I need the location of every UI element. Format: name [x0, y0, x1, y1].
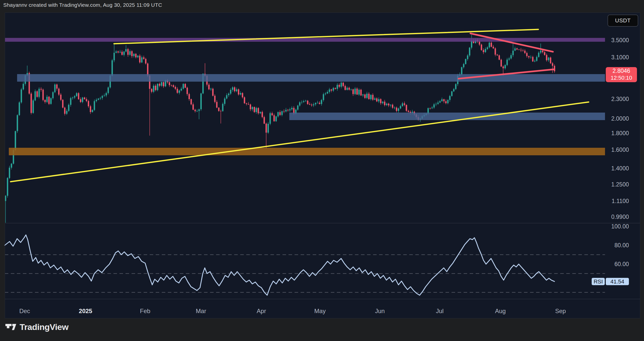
- price-tick-1.8000: 1.8000: [611, 130, 629, 136]
- tradingview-screenshot: { "header": { "title": "Shayannv created…: [0, 0, 644, 341]
- rsi-last-value: 41.54: [610, 278, 624, 285]
- time-label-Mar: Mar: [196, 308, 206, 314]
- time-label-Feb: Feb: [140, 308, 150, 314]
- time-label-May: May: [314, 308, 326, 314]
- price-tick-2.0000: 2.0000: [611, 115, 629, 122]
- price-chart-canvas[interactable]: 3.50003.10002.30002.00001.80001.60001.40…: [0, 0, 644, 341]
- zone-demand-blue-lower: [289, 113, 605, 120]
- time-label-Aug: Aug: [495, 308, 506, 314]
- chart-widget-bg: [5, 13, 640, 318]
- rsi-tick-80.00: 80.00: [614, 242, 629, 249]
- time-label-Sep: Sep: [555, 308, 566, 314]
- tradingview-logo[interactable]: TradingView: [5, 322, 68, 332]
- price-tick-2.3000: 2.3000: [611, 96, 629, 102]
- rsi-value-badge: RSI41.54: [592, 278, 629, 285]
- zone-resistance-purple: [5, 38, 605, 42]
- price-tick-1.4000: 1.4000: [611, 165, 629, 172]
- current-price-value: 2.8046: [613, 68, 630, 74]
- price-tick-1.1100: 1.1100: [612, 198, 629, 204]
- quote-currency-button[interactable]: USDT: [608, 15, 638, 27]
- time-label-2025: 2025: [79, 308, 92, 314]
- price-tick-1.2500: 1.2500: [611, 181, 629, 188]
- time-label-Jul: Jul: [436, 308, 444, 314]
- price-tick-0.9900: 0.9900: [611, 214, 629, 220]
- zone-supply-blue-upper: [17, 74, 605, 82]
- time-label-Dec: Dec: [19, 308, 30, 314]
- price-tick-3.1000: 3.1000: [611, 54, 629, 61]
- rsi-label: RSI: [594, 278, 603, 285]
- rsi-tick-100.00: 100.00: [611, 223, 629, 230]
- price-tick-1.6000: 1.6000: [611, 147, 629, 153]
- bar-countdown: 12:50:10: [611, 75, 632, 81]
- tradingview-wordmark: TradingView: [20, 322, 68, 332]
- price-tick-3.5000: 3.5000: [611, 37, 629, 43]
- tradingview-logo-icon: [5, 322, 17, 332]
- time-label-Jun: Jun: [375, 308, 385, 314]
- current-price-badge: 2.804612:50:10: [606, 67, 637, 82]
- zone-support-brown: [9, 148, 605, 155]
- rsi-tick-60.00: 60.00: [614, 261, 629, 267]
- time-label-Apr: Apr: [257, 308, 266, 314]
